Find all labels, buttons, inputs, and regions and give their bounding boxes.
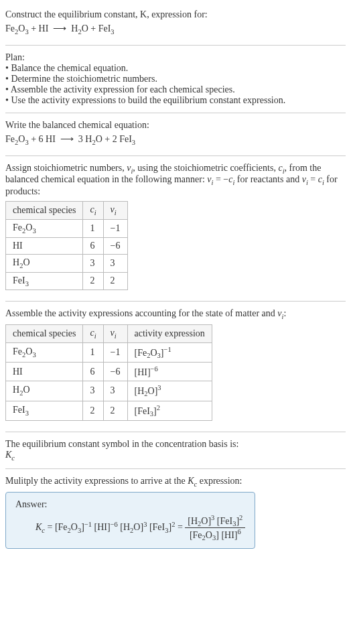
col-species: chemical species [6,325,83,343]
cell-v: −6 [103,363,127,381]
table-row: HI 6 −6 [6,237,128,254]
intro-section: Construct the equilibrium constant, K, e… [5,5,346,42]
cell-species: HI [6,363,83,381]
table-row: HI 6 −6 [HI]−6 [6,363,212,381]
table-row: FeI3 2 2 [6,272,128,290]
cell-species: FeI3 [6,272,83,290]
activity-table: chemical species ci νi activity expressi… [5,324,212,421]
divider [5,113,346,113]
cell-c: 1 [83,342,103,362]
cell-v: −6 [103,237,127,254]
stoich-section: Assign stoichiometric numbers, νi, using… [5,159,346,299]
symbol-value: Kc [5,450,346,462]
activity-section: Assemble the activity expressions accoun… [5,304,346,429]
answer-expression: Kc = [Fe2O3]−1 [HI]−6 [H2O]3 [FeI3]2 = [… [15,514,245,542]
col-activity: activity expression [127,325,212,343]
cell-expr: [H2O]3 [127,381,212,401]
answer-label: Answer: [15,499,245,510]
symbol-text: The equilibrium constant symbol in the c… [5,439,346,450]
plan-item: • Assemble the activity expression for e… [5,84,346,95]
divider [5,45,346,46]
col-vi: νi [103,325,127,343]
stoich-table: chemical species ci νi Fe2O3 1 −1 HI 6 −… [5,201,128,290]
intro-line: Construct the equilibrium constant, K, e… [5,9,346,20]
cell-c: 3 [83,254,103,272]
cell-c: 6 [83,237,103,254]
table-row: H2O 3 3 [H2O]3 [6,381,212,401]
plan-item: • Determine the stoichiometric numbers. [5,74,346,84]
table-row: FeI3 2 2 [FeI3]2 [6,401,212,420]
stoich-text: Assign stoichiometric numbers, νi, using… [5,163,346,198]
answer-section: Mulitply the activity expressions to arr… [5,472,346,558]
divider [5,301,346,302]
cell-species: Fe2O3 [6,342,83,362]
plan-item: • Balance the chemical equation. [5,63,346,74]
cell-c: 3 [83,381,103,401]
multiply-text: Mulitply the activity expressions to arr… [5,476,346,488]
cell-species: HI [6,237,83,254]
cell-v: 2 [103,272,127,290]
symbol-section: The equilibrium constant symbol in the c… [5,435,346,466]
balanced-section: Write the balanced chemical equation: Fe… [5,116,346,153]
cell-expr: [Fe2O3]−1 [127,342,212,362]
cell-species: Fe2O3 [6,219,83,237]
table-row: Fe2O3 1 −1 [6,219,128,237]
col-species: chemical species [6,202,83,220]
answer-box: Answer: Kc = [Fe2O3]−1 [HI]−6 [H2O]3 [Fe… [5,492,255,550]
answer-fraction: [H2O]3 [FeI3]2 [Fe2O3] [HI]6 [185,514,245,542]
divider [5,468,346,469]
cell-v: 2 [103,401,127,420]
plan-heading: Plan: [5,52,346,63]
cell-v: −1 [103,219,127,237]
cell-expr: [HI]−6 [127,363,212,381]
col-ci: ci [83,202,103,220]
cell-c: 1 [83,219,103,237]
table-row: H2O 3 3 [6,254,128,272]
plan-item: • Use the activity expressions to build … [5,95,346,106]
cell-species: H2O [6,381,83,401]
cell-v: −1 [103,342,127,362]
cell-c: 6 [83,363,103,381]
cell-expr: [FeI3]2 [127,401,212,420]
intro-equation: Fe2O3 + HI ⟶ H2O + FeI3 [5,23,346,36]
fraction-denominator: [Fe2O3] [HI]6 [185,528,245,541]
activity-text: Assemble the activity expressions accoun… [5,308,346,320]
cell-c: 2 [83,401,103,420]
cell-species: H2O [6,254,83,272]
cell-v: 3 [103,254,127,272]
balanced-equation: Fe2O3 + 6 HI ⟶ 3 H2O + 2 FeI3 [5,133,346,146]
intro-text: Construct the equilibrium constant, K, e… [5,9,208,19]
table-header-row: chemical species ci νi [6,202,128,220]
table-header-row: chemical species ci νi activity expressi… [6,325,212,343]
balanced-heading: Write the balanced chemical equation: [5,120,346,131]
fraction-numerator: [H2O]3 [FeI3]2 [185,514,245,528]
divider [5,155,346,156]
divider [5,432,346,432]
plan-section: Plan: • Balance the chemical equation. •… [5,48,346,110]
table-row: Fe2O3 1 −1 [Fe2O3]−1 [6,342,212,362]
col-ci: ci [83,325,103,343]
cell-species: FeI3 [6,401,83,420]
col-vi: νi [103,202,127,220]
cell-v: 3 [103,381,127,401]
cell-c: 2 [83,272,103,290]
